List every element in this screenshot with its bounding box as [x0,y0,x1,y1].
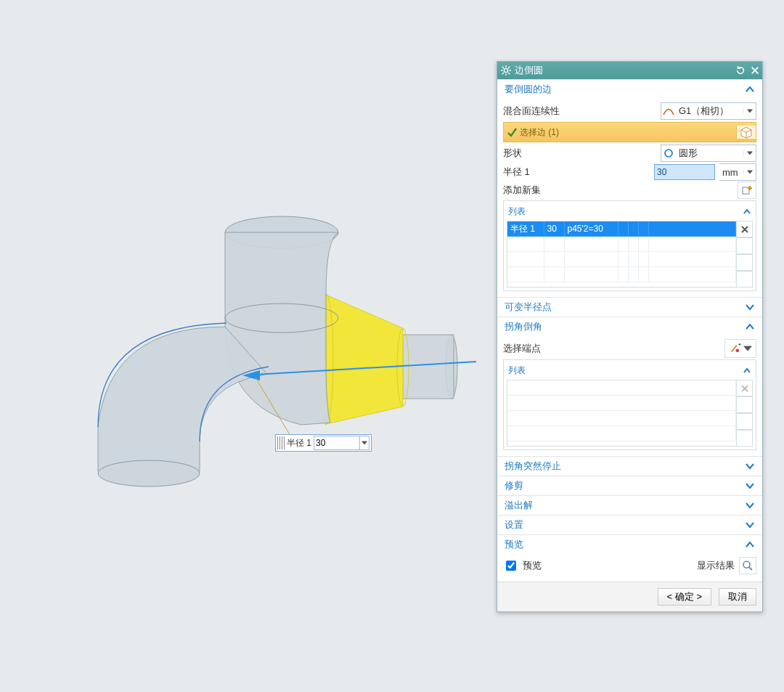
svg-marker-10 [362,441,367,445]
chevron-up-icon [745,84,755,94]
section-header-var-radius[interactable]: 可变半径点 [497,298,762,317]
remove-row-button[interactable] [737,380,753,396]
continuity-icon [661,106,676,116]
remove-row-button[interactable] [737,221,753,237]
section-header-settings[interactable]: 设置 [497,516,762,534]
radius1-unit-combo[interactable]: mm [719,163,756,181]
radius1-input[interactable] [654,164,715,180]
edges-list-title: 列表 [508,205,526,218]
radius1-unit: mm [719,167,743,178]
svg-line-17 [508,73,510,74]
radius-on-canvas-popup[interactable]: 半径 1 [275,434,372,452]
table-row[interactable] [507,396,736,411]
svg-point-37 [743,561,750,568]
svg-point-33 [736,349,740,352]
edges-list-frame: 列表 半径 1 30 p45'2=30 [503,200,756,291]
drag-handle-icon[interactable] [277,436,285,449]
section-title: 设置 [505,518,523,532]
table-row[interactable] [507,267,736,282]
svg-line-19 [502,73,504,74]
continuity-combo[interactable]: G1（相切） [661,102,756,120]
edges-list-grid[interactable]: 半径 1 30 p45'2=30 [507,221,737,288]
corner-list-grid[interactable] [507,380,737,447]
gear-icon[interactable] [497,65,515,76]
svg-line-38 [749,567,752,570]
check-icon [504,127,520,137]
chevron-up-icon [745,540,755,550]
section-title: 拐角突然停止 [505,460,561,473]
radius1-field[interactable] [654,164,715,180]
scene-svg [0,0,494,552]
select-endpoint-label: 选择端点 [503,342,541,355]
dialog-footer: < 确定 > 取消 [497,582,762,611]
radius-popup-label: 半径 1 [287,437,311,449]
radius1-label: 半径 1 [503,166,530,179]
select-edge-label: 选择边 (1) [520,126,736,139]
close-icon[interactable] [748,63,762,78]
dialog-titlebar[interactable]: 边倒圆 [497,62,762,79]
svg-marker-26 [747,152,753,155]
table-row[interactable] [507,252,736,267]
shape-combo[interactable]: 圆形 [661,144,756,162]
chevron-up-icon [743,208,751,216]
preview-checkbox[interactable] [506,561,516,571]
shape-icon [661,148,676,158]
edges-list-header[interactable]: 列表 [507,204,753,221]
continuity-label: 混合面连续性 [503,105,560,118]
svg-rect-1 [403,335,454,399]
chevron-down-icon [745,302,755,312]
svg-marker-22 [747,110,753,113]
add-set-button[interactable] [738,182,756,199]
shape-value: 圆形 [676,147,743,160]
endpoint-picker[interactable] [724,339,756,358]
shape-label: 形状 [503,147,522,160]
table-row[interactable]: 半径 1 30 p45'2=30 [507,221,736,237]
svg-point-6 [98,460,200,487]
reset-icon[interactable] [733,63,748,78]
svg-line-16 [502,67,504,68]
corner-list-header[interactable]: 列表 [507,363,753,380]
section-header-overflow[interactable]: 溢出解 [497,496,762,515]
section-title: 溢出解 [505,499,533,512]
radius-popup-input[interactable] [314,436,360,450]
section-title: 拐角倒角 [505,320,542,333]
corner-list-frame: 列表 [503,359,756,450]
section-header-trim[interactable]: 修剪 [497,476,762,495]
table-row[interactable] [507,237,736,252]
radius-popup-dropdown[interactable] [360,436,369,450]
section-title: 可变半径点 [505,301,552,314]
cancel-button[interactable]: 取消 [719,588,756,606]
table-row[interactable] [507,380,736,396]
svg-point-25 [665,150,672,157]
dialog-title-text: 边倒圆 [515,64,543,77]
add-set-label: 添加新集 [503,184,541,197]
viewport-3d[interactable]: 半径 1 边倒圆 要倒圆的边 [0,0,784,692]
table-row[interactable] [507,411,736,426]
chevron-down-icon [745,481,755,491]
edge-blend-dialog: 边倒圆 要倒圆的边 混合面连续性 [497,61,763,612]
section-title: 修剪 [505,479,523,492]
chevron-up-icon [743,367,751,375]
section-header-stop[interactable]: 拐角突然停止 [497,457,762,476]
chevron-down-icon [745,520,755,530]
chevron-down-icon [745,461,755,471]
table-row[interactable] [507,426,736,441]
show-result-button[interactable] [739,557,756,574]
cube-icon[interactable] [736,126,756,139]
svg-line-18 [508,67,510,68]
select-edge-row[interactable]: 选择边 (1) [503,122,756,142]
svg-marker-27 [747,171,753,174]
section-header-preview[interactable]: 预览 [497,535,762,554]
section-header-corner[interactable]: 拐角倒角 [497,317,762,336]
chevron-down-icon [745,500,755,510]
section-header-edges[interactable]: 要倒圆的边 [497,80,762,99]
magnifier-icon [742,560,754,571]
section-title: 要倒圆的边 [505,83,552,96]
section-title: 预览 [505,538,523,551]
continuity-value: G1（相切） [676,105,743,118]
ok-button[interactable]: < 确定 > [658,588,711,606]
svg-marker-34 [743,346,752,351]
show-result-label: 显示结果 [697,559,735,572]
section-edges-to-blend: 要倒圆的边 混合面连续性 G1（相切） [497,79,762,297]
svg-point-11 [504,68,507,72]
